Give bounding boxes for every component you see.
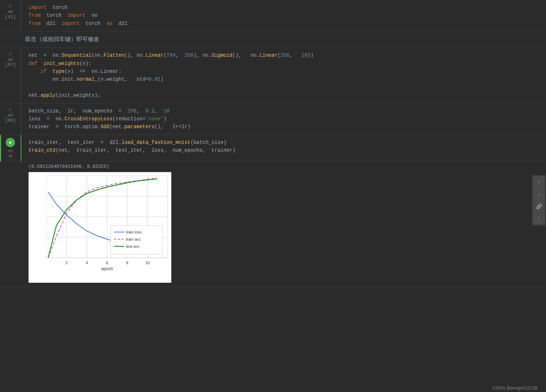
time-41: 0秒: [8, 10, 13, 14]
check-icon-67: ✓: [9, 51, 12, 57]
svg-text:2: 2: [66, 261, 68, 265]
cell-gutter-run: 1分 钟: [0, 135, 21, 161]
cell-output: (0.5011264676411946, 0.82325): [0, 162, 546, 287]
cell-67: ✓ 0秒 [67] net = nn.Sequential(nn.Flatten…: [0, 48, 546, 103]
cell-content-68[interactable]: batch_size, lr, num_epochs = 256, 0.1, 1…: [21, 104, 546, 135]
time-run2: 钟: [9, 154, 12, 159]
toolbar-link-button[interactable]: 🔗: [533, 201, 545, 212]
time-67: 0秒: [8, 57, 13, 62]
svg-text:8: 8: [126, 261, 128, 265]
svg-text:epoch: epoch: [101, 266, 113, 271]
cell-gutter-41: ✓ 0秒 [41]: [0, 0, 21, 31]
run-indicator-68: ✓ 0秒: [8, 106, 13, 118]
markdown-text: 双击（或按回车键）即可修改: [25, 36, 99, 43]
notebook: ✓ 0秒 [41] import torch from torch import…: [0, 0, 546, 287]
run-button[interactable]: [6, 138, 15, 147]
svg-text:4: 4: [86, 261, 88, 265]
svg-text:10: 10: [145, 261, 150, 265]
run-indicator-41: ✓ 0秒: [8, 3, 13, 14]
code-run: train_iter, test_iter = d2l.load_data_fa…: [29, 139, 539, 155]
cell-content-67[interactable]: net = nn.Sequential(nn.Flatten(), nn.Lin…: [21, 48, 546, 103]
cell-number-67: [67]: [5, 62, 16, 67]
cell-content-41[interactable]: import torch from torch import nn from d…: [21, 0, 546, 31]
svg-text:train loss: train loss: [126, 230, 142, 234]
time-run: 1分: [8, 149, 13, 153]
code-67: net = nn.Sequential(nn.Flatten(), nn.Lin…: [29, 51, 539, 99]
footer: CSDN @pengshi12138: [491, 384, 539, 392]
toolbar-down-button[interactable]: ↓: [533, 189, 545, 200]
toolbar-more-button[interactable]: ⋮: [533, 213, 545, 224]
cell-content-run[interactable]: train_iter, test_iter = d2l.load_data_fa…: [21, 135, 546, 161]
code-41: import torch from torch import nn from d…: [29, 4, 539, 27]
toolbar-right: ↑ ↓ 🔗 ⋮: [532, 175, 546, 226]
check-icon-68: ✓: [9, 106, 12, 112]
code-68: batch_size, lr, num_epochs = 256, 0.1, 1…: [29, 107, 539, 131]
cell-number-41: [41]: [5, 14, 16, 20]
run-indicator-run: 1分 钟: [6, 138, 15, 159]
svg-text:6: 6: [106, 261, 108, 265]
check-icon-41: ✓: [9, 3, 12, 9]
run-indicator-67: ✓ 0秒: [8, 51, 13, 62]
cell-gutter-68: ✓ 0秒 [68]: [0, 104, 21, 135]
footer-text: CSDN @pengshi12138: [493, 386, 537, 391]
toolbar-up-button[interactable]: ↑: [533, 176, 545, 188]
markdown-cell[interactable]: 双击（或按回车键）即可修改: [0, 31, 546, 48]
active-border: [0, 135, 1, 161]
svg-text:test acc: test acc: [126, 244, 140, 248]
chart-container: 0.8 0.6 0.4 2 4 6 8 10 epoch: [29, 172, 171, 283]
cell-gutter-67: ✓ 0秒 [67]: [0, 48, 21, 103]
cell-running: 1分 钟 train_iter, test_iter = d2l.load_da…: [0, 135, 546, 162]
cell-68: ✓ 0秒 [68] batch_size, lr, num_epochs = 2…: [0, 104, 546, 135]
output-result: (0.5011264676411946, 0.82325): [29, 164, 539, 169]
svg-text:train acc: train acc: [126, 237, 141, 241]
time-68: 0秒: [8, 113, 13, 118]
chart-svg: 0.8 0.6 0.4 2 4 6 8 10 epoch: [46, 176, 168, 272]
cell-41: ✓ 0秒 [41] import torch from torch import…: [0, 0, 546, 31]
cell-number-68: [68]: [5, 118, 16, 123]
